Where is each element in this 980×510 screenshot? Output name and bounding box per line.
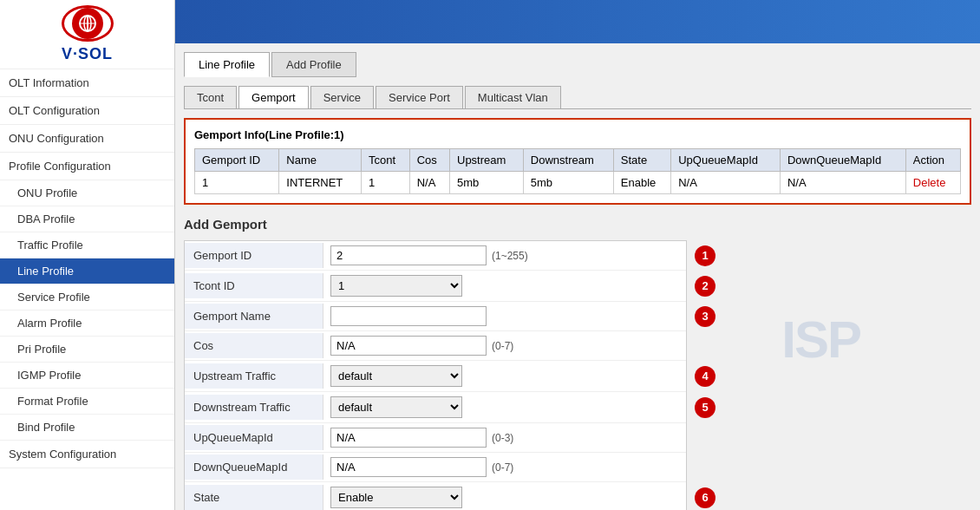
col-action: Action: [905, 149, 960, 172]
tab-add-profile[interactable]: Add Profile: [271, 52, 356, 77]
col-gemport-id: Gemport ID: [195, 149, 279, 172]
sidebar-item-format-profile[interactable]: Format Profile: [0, 389, 174, 415]
upstream-traffic-wrap: default: [323, 361, 469, 391]
downstream-traffic-wrap: default: [323, 392, 469, 422]
tab-line-profile[interactable]: Line Profile: [184, 52, 270, 77]
col-cos: Cos: [409, 149, 449, 172]
gemport-name-wrap: [323, 302, 493, 330]
cell-name: INTERNET: [279, 172, 362, 194]
gemport-info-box: Gemport Info(Line Profile:1) Gemport ID …: [184, 118, 971, 205]
sub-tab-multicast-vlan[interactable]: Multicast Vlan: [465, 86, 561, 108]
down-queue-wrap: (0-7): [323, 453, 520, 481]
cos-label: Cos: [185, 333, 323, 358]
sub-tab-gemport[interactable]: Gemport: [238, 86, 309, 108]
step-badge-3: 3: [695, 306, 715, 327]
main-content: Line Profile Add Profile Tcont Gemport S…: [175, 0, 980, 510]
up-queue-row: UpQueueMapId (0-3): [185, 423, 686, 453]
brand-name: V·SOL: [62, 45, 113, 63]
state-row: State Enable Disable 6: [185, 482, 686, 510]
sidebar-item-service-profile[interactable]: Service Profile: [0, 284, 174, 311]
sidebar-item-system-config[interactable]: System Configuration: [0, 441, 174, 468]
downstream-traffic-label: Downstream Traffic: [185, 395, 323, 420]
downstream-traffic-row: Downstream Traffic default 5: [185, 392, 686, 423]
col-tcont: Tcont: [362, 149, 410, 172]
upstream-traffic-row: Upstream Traffic default 4: [185, 361, 686, 392]
sidebar-item-line-profile[interactable]: Line Profile: [0, 258, 174, 284]
gemport-id-row: Gemport ID (1~255) 1: [185, 241, 686, 271]
sub-tab-service-port[interactable]: Service Port: [376, 86, 463, 108]
col-downstream: Downstream: [523, 149, 613, 172]
cell-down-queue-map: N/A: [780, 172, 905, 194]
state-select[interactable]: Enable Disable: [330, 487, 462, 508]
step-badge-4: 4: [695, 366, 715, 387]
gemport-id-input[interactable]: [330, 245, 487, 265]
sidebar-item-olt-info[interactable]: OLT Information: [0, 69, 174, 97]
cell-tcont: 1: [362, 172, 410, 194]
cell-gemport-id: 1: [195, 172, 279, 194]
sidebar-item-pri-profile[interactable]: Pri Profile: [0, 337, 174, 363]
gemport-name-input[interactable]: [330, 306, 487, 326]
tcont-id-row: Tcont ID 1 2 3 4 2: [185, 271, 686, 302]
cell-action[interactable]: Delete: [905, 172, 960, 194]
cos-hint: (0-7): [492, 340, 513, 352]
down-queue-hint: (0-7): [492, 461, 513, 474]
add-gemport-title: Add Gemport: [184, 217, 971, 232]
logo-inner: [72, 8, 103, 39]
sidebar-item-dba-profile[interactable]: DBA Profile: [0, 206, 174, 232]
form-area: Gemport ID (1~255) 1 Tcont ID 1 2 3: [184, 240, 687, 510]
table-row: 1 INTERNET 1 N/A 5mb 5mb Enable N/A N/A …: [195, 172, 961, 194]
sub-tab-bar: Tcont Gemport Service Service Port Multi…: [184, 86, 971, 109]
step-badge-5: 5: [695, 397, 715, 418]
sub-tab-tcont[interactable]: Tcont: [184, 86, 237, 108]
state-label: State: [185, 485, 323, 510]
sidebar-item-profile-config[interactable]: Profile Configuration: [0, 153, 174, 180]
cell-downstream: 5mb: [523, 172, 613, 194]
cos-input[interactable]: [330, 336, 487, 356]
step-badge-1: 1: [695, 245, 715, 266]
cos-row: Cos (0-7): [185, 331, 686, 361]
gemport-name-row: Gemport Name 3: [185, 302, 686, 331]
step-badge-6: 6: [695, 487, 715, 508]
state-wrap: Enable Disable: [323, 482, 469, 510]
down-queue-input[interactable]: [330, 457, 487, 477]
col-upstream: Upstream: [450, 149, 524, 172]
sidebar-item-olt-config[interactable]: OLT Configuration: [0, 97, 174, 125]
tcont-id-select[interactable]: 1 2 3 4: [330, 275, 462, 297]
tcont-id-label: Tcont ID: [185, 273, 323, 298]
up-queue-label: UpQueueMapId: [185, 425, 323, 450]
gemport-form: Gemport ID (1~255) 1 Tcont ID 1 2 3: [184, 240, 687, 510]
cos-wrap: (0-7): [323, 331, 520, 360]
up-queue-wrap: (0-3): [323, 423, 520, 452]
logo-circle: [62, 5, 114, 42]
step-badge-2: 2: [695, 276, 715, 297]
sidebar: V·SOL OLT Information OLT Configuration …: [0, 0, 175, 510]
sidebar-item-onu-profile[interactable]: ONU Profile: [0, 180, 174, 206]
downstream-traffic-select[interactable]: default: [330, 396, 462, 418]
gemport-id-hint: (1~255): [492, 250, 528, 262]
sidebar-item-igmp-profile[interactable]: IGMP Profile: [0, 363, 174, 389]
sidebar-item-bind-profile[interactable]: Bind Profile: [0, 415, 174, 441]
watermark: ISP: [781, 310, 860, 369]
cell-state: Enable: [613, 172, 670, 194]
col-down-queue: DownQueueMapId: [780, 149, 905, 172]
gemport-id-label: Gemport ID: [185, 243, 323, 268]
sub-tab-service[interactable]: Service: [310, 86, 374, 108]
delete-link[interactable]: Delete: [913, 176, 946, 189]
sidebar-item-traffic-profile[interactable]: Traffic Profile: [0, 232, 174, 258]
sidebar-nav: OLT Information OLT Configuration ONU Co…: [0, 69, 174, 510]
cell-cos: N/A: [409, 172, 449, 194]
sidebar-item-onu-config[interactable]: ONU Configuration: [0, 125, 174, 153]
down-queue-row: DownQueueMapId (0-7): [185, 453, 686, 482]
tcont-id-wrap: 1 2 3 4: [323, 271, 469, 301]
col-up-queue: UpQueueMapId: [671, 149, 781, 172]
logo: V·SOL: [0, 0, 174, 69]
gemport-info-table: Gemport ID Name Tcont Cos Upstream Downs…: [194, 148, 961, 194]
content-area: Line Profile Add Profile Tcont Gemport S…: [175, 43, 980, 510]
top-bar: [175, 0, 980, 43]
upstream-traffic-select[interactable]: default: [330, 365, 462, 387]
sidebar-item-alarm-profile[interactable]: Alarm Profile: [0, 311, 174, 337]
gemport-info-title: Gemport Info(Line Profile:1): [194, 128, 961, 141]
gemport-name-label: Gemport Name: [185, 304, 323, 329]
col-state: State: [613, 149, 670, 172]
up-queue-input[interactable]: [330, 428, 487, 448]
